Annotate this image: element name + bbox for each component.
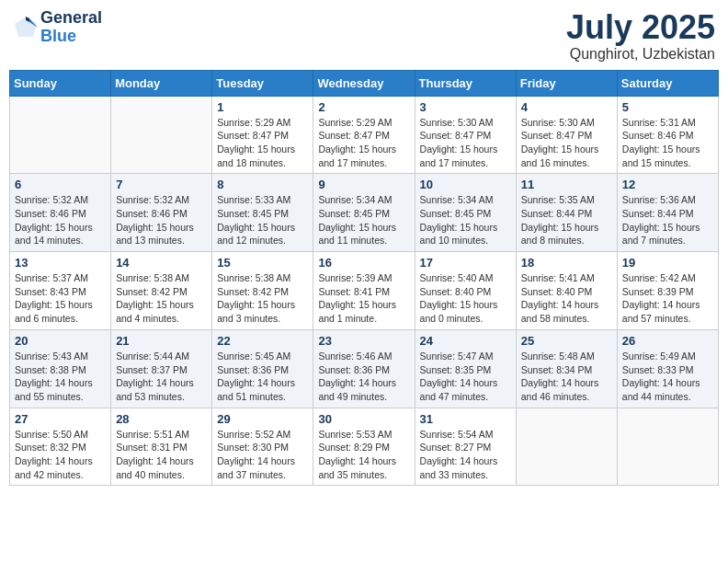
day-number: 20 xyxy=(15,334,106,348)
calendar-week-row: 1Sunrise: 5:29 AM Sunset: 8:47 PM Daylig… xyxy=(10,96,719,174)
calendar-day-cell: 31Sunrise: 5:54 AM Sunset: 8:27 PM Dayli… xyxy=(415,408,516,486)
day-number: 30 xyxy=(318,412,409,426)
day-number: 13 xyxy=(15,256,106,270)
day-number: 26 xyxy=(622,334,713,348)
day-info: Sunrise: 5:30 AM Sunset: 8:47 PM Dayligh… xyxy=(420,116,511,170)
day-info: Sunrise: 5:38 AM Sunset: 8:42 PM Dayligh… xyxy=(217,271,308,326)
calendar-week-row: 6Sunrise: 5:32 AM Sunset: 8:46 PM Daylig… xyxy=(10,174,719,252)
logo-general-text: General xyxy=(40,9,102,28)
day-number: 15 xyxy=(217,256,308,270)
calendar-day-cell: 29Sunrise: 5:52 AM Sunset: 8:30 PM Dayli… xyxy=(212,408,313,486)
day-number: 14 xyxy=(116,256,207,270)
calendar-day-cell: 22Sunrise: 5:45 AM Sunset: 8:36 PM Dayli… xyxy=(212,329,313,408)
calendar-day-cell: 20Sunrise: 5:43 AM Sunset: 8:38 PM Dayli… xyxy=(10,329,111,408)
day-number: 18 xyxy=(521,256,612,270)
calendar-day-cell: 9Sunrise: 5:34 AM Sunset: 8:45 PM Daylig… xyxy=(313,174,415,252)
day-number: 29 xyxy=(217,412,308,426)
day-info: Sunrise: 5:43 AM Sunset: 8:38 PM Dayligh… xyxy=(15,350,106,404)
day-info: Sunrise: 5:36 AM Sunset: 8:44 PM Dayligh… xyxy=(622,193,713,247)
weekday-header-tuesday: Tuesday xyxy=(212,70,313,96)
day-info: Sunrise: 5:35 AM Sunset: 8:44 PM Dayligh… xyxy=(521,193,612,247)
calendar-day-cell: 10Sunrise: 5:34 AM Sunset: 8:45 PM Dayli… xyxy=(415,174,516,252)
day-info: Sunrise: 5:48 AM Sunset: 8:34 PM Dayligh… xyxy=(521,350,612,404)
day-info: Sunrise: 5:31 AM Sunset: 8:46 PM Dayligh… xyxy=(622,116,713,170)
calendar-day-cell: 27Sunrise: 5:50 AM Sunset: 8:32 PM Dayli… xyxy=(10,408,111,486)
weekday-header-sunday: Sunday xyxy=(10,70,111,96)
month-year-title: July 2025 xyxy=(566,9,715,46)
day-number: 22 xyxy=(217,334,308,348)
day-number: 11 xyxy=(521,178,612,191)
calendar-day-cell xyxy=(111,96,212,174)
calendar-week-row: 13Sunrise: 5:37 AM Sunset: 8:43 PM Dayli… xyxy=(10,252,719,330)
day-number: 6 xyxy=(15,178,106,191)
calendar-day-cell: 3Sunrise: 5:30 AM Sunset: 8:47 PM Daylig… xyxy=(415,96,516,174)
day-number: 31 xyxy=(420,412,511,426)
day-info: Sunrise: 5:52 AM Sunset: 8:30 PM Dayligh… xyxy=(217,428,308,482)
day-info: Sunrise: 5:38 AM Sunset: 8:42 PM Dayligh… xyxy=(116,271,207,326)
day-number: 1 xyxy=(217,100,308,114)
day-info: Sunrise: 5:29 AM Sunset: 8:47 PM Dayligh… xyxy=(318,116,409,170)
day-number: 7 xyxy=(116,178,207,191)
calendar-day-cell: 17Sunrise: 5:40 AM Sunset: 8:40 PM Dayli… xyxy=(415,252,516,330)
calendar-day-cell: 28Sunrise: 5:51 AM Sunset: 8:31 PM Dayli… xyxy=(111,408,212,486)
day-number: 21 xyxy=(116,334,207,348)
logo-text: General Blue xyxy=(40,9,102,46)
calendar-week-row: 27Sunrise: 5:50 AM Sunset: 8:32 PM Dayli… xyxy=(10,408,719,486)
calendar-day-cell: 16Sunrise: 5:39 AM Sunset: 8:41 PM Dayli… xyxy=(313,252,415,330)
day-number: 19 xyxy=(622,256,713,270)
day-number: 5 xyxy=(622,100,713,114)
day-number: 25 xyxy=(521,334,612,348)
calendar-day-cell: 12Sunrise: 5:36 AM Sunset: 8:44 PM Dayli… xyxy=(617,174,718,252)
calendar-day-cell: 2Sunrise: 5:29 AM Sunset: 8:47 PM Daylig… xyxy=(313,96,415,174)
day-info: Sunrise: 5:42 AM Sunset: 8:39 PM Dayligh… xyxy=(622,271,713,326)
day-info: Sunrise: 5:39 AM Sunset: 8:41 PM Dayligh… xyxy=(318,271,409,326)
page-header: General Blue July 2025 Qunghirot, Uzbeki… xyxy=(9,9,719,63)
location-subtitle: Qunghirot, Uzbekistan xyxy=(566,46,715,63)
day-info: Sunrise: 5:34 AM Sunset: 8:45 PM Dayligh… xyxy=(420,193,511,247)
calendar-day-cell xyxy=(516,408,617,486)
calendar-day-cell: 26Sunrise: 5:49 AM Sunset: 8:33 PM Dayli… xyxy=(617,329,718,408)
day-info: Sunrise: 5:47 AM Sunset: 8:35 PM Dayligh… xyxy=(420,350,511,404)
day-info: Sunrise: 5:41 AM Sunset: 8:40 PM Dayligh… xyxy=(521,271,612,326)
calendar-day-cell: 24Sunrise: 5:47 AM Sunset: 8:35 PM Dayli… xyxy=(415,329,516,408)
day-info: Sunrise: 5:34 AM Sunset: 8:45 PM Dayligh… xyxy=(318,193,409,247)
weekday-header-monday: Monday xyxy=(111,70,212,96)
calendar-day-cell: 21Sunrise: 5:44 AM Sunset: 8:37 PM Dayli… xyxy=(111,329,212,408)
calendar-day-cell xyxy=(10,96,111,174)
day-number: 27 xyxy=(15,412,106,426)
day-number: 28 xyxy=(116,412,207,426)
day-info: Sunrise: 5:32 AM Sunset: 8:46 PM Dayligh… xyxy=(116,193,207,247)
day-number: 8 xyxy=(217,178,308,191)
calendar-day-cell xyxy=(617,408,718,486)
logo: General Blue xyxy=(13,9,102,46)
day-number: 10 xyxy=(420,178,511,191)
calendar-day-cell: 19Sunrise: 5:42 AM Sunset: 8:39 PM Dayli… xyxy=(617,252,718,330)
day-number: 2 xyxy=(318,100,409,114)
day-number: 16 xyxy=(318,256,409,270)
weekday-header-wednesday: Wednesday xyxy=(313,70,415,96)
calendar-day-cell: 4Sunrise: 5:30 AM Sunset: 8:47 PM Daylig… xyxy=(516,96,617,174)
day-number: 9 xyxy=(318,178,409,191)
calendar-day-cell: 25Sunrise: 5:48 AM Sunset: 8:34 PM Dayli… xyxy=(516,329,617,408)
calendar-day-cell: 5Sunrise: 5:31 AM Sunset: 8:46 PM Daylig… xyxy=(617,96,718,174)
day-info: Sunrise: 5:54 AM Sunset: 8:27 PM Dayligh… xyxy=(420,428,511,482)
logo-icon xyxy=(13,15,39,40)
calendar-day-cell: 6Sunrise: 5:32 AM Sunset: 8:46 PM Daylig… xyxy=(10,174,111,252)
calendar-day-cell: 14Sunrise: 5:38 AM Sunset: 8:42 PM Dayli… xyxy=(111,252,212,330)
calendar-day-cell: 1Sunrise: 5:29 AM Sunset: 8:47 PM Daylig… xyxy=(212,96,313,174)
calendar-day-cell: 11Sunrise: 5:35 AM Sunset: 8:44 PM Dayli… xyxy=(516,174,617,252)
day-info: Sunrise: 5:49 AM Sunset: 8:33 PM Dayligh… xyxy=(622,350,713,404)
weekday-header-saturday: Saturday xyxy=(617,70,718,96)
day-info: Sunrise: 5:33 AM Sunset: 8:45 PM Dayligh… xyxy=(217,193,308,247)
day-info: Sunrise: 5:37 AM Sunset: 8:43 PM Dayligh… xyxy=(15,271,106,326)
day-info: Sunrise: 5:32 AM Sunset: 8:46 PM Dayligh… xyxy=(15,193,106,247)
day-info: Sunrise: 5:44 AM Sunset: 8:37 PM Dayligh… xyxy=(116,350,207,404)
weekday-header-row: SundayMondayTuesdayWednesdayThursdayFrid… xyxy=(10,70,719,96)
calendar-day-cell: 23Sunrise: 5:46 AM Sunset: 8:36 PM Dayli… xyxy=(313,329,415,408)
day-number: 17 xyxy=(420,256,511,270)
calendar-day-cell: 8Sunrise: 5:33 AM Sunset: 8:45 PM Daylig… xyxy=(212,174,313,252)
day-info: Sunrise: 5:30 AM Sunset: 8:47 PM Dayligh… xyxy=(521,116,612,170)
day-number: 4 xyxy=(521,100,612,114)
calendar-day-cell: 30Sunrise: 5:53 AM Sunset: 8:29 PM Dayli… xyxy=(313,408,415,486)
calendar-week-row: 20Sunrise: 5:43 AM Sunset: 8:38 PM Dayli… xyxy=(10,329,719,408)
